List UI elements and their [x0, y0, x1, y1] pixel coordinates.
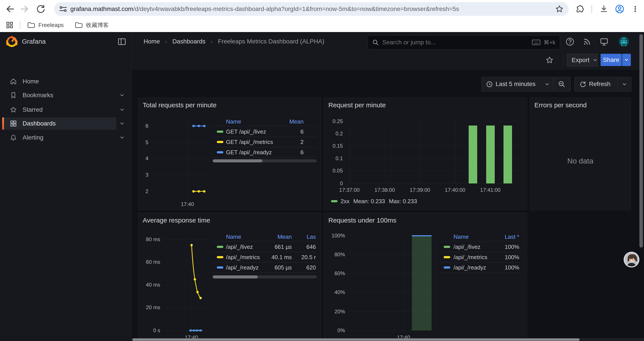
legend-header-name[interactable]: Name — [226, 118, 241, 125]
group-divider — [553, 77, 553, 91]
search-box[interactable]: ⌘+k — [368, 35, 560, 49]
legend-max: Max: 0.233 — [389, 198, 417, 204]
bookmark-folder-freeleaps[interactable]: Freeleaps — [28, 20, 64, 30]
horizontal-scrollbar-thumb[interactable] — [132, 338, 580, 341]
series-color-pill[interactable] — [217, 141, 223, 143]
profile-icon[interactable] — [614, 4, 625, 14]
forward-icon[interactable] — [20, 4, 30, 14]
menu-kebab-icon[interactable] — [631, 4, 640, 14]
series-color-pill[interactable] — [444, 256, 450, 258]
search-input[interactable] — [382, 39, 497, 46]
legend-header-name[interactable]: Name — [226, 233, 241, 240]
grafana-logo[interactable] — [6, 35, 18, 48]
line-chart[interactable] — [164, 236, 210, 335]
chevron-down-icon[interactable] — [119, 121, 125, 126]
legend-series-name[interactable]: 2xx — [341, 198, 350, 204]
chevron-down-icon[interactable] — [119, 92, 125, 98]
news-rss-icon[interactable] — [582, 37, 592, 47]
export-button[interactable]: Export — [566, 54, 598, 67]
panel-title[interactable]: Request per minute — [328, 101, 386, 109]
series-color-pill[interactable] — [217, 131, 223, 133]
legend-header-last[interactable]: Last * — [505, 233, 520, 240]
floating-assistant-avatar[interactable] — [624, 251, 640, 268]
back-icon[interactable] — [5, 4, 15, 14]
extensions-icon[interactable] — [574, 4, 585, 14]
bar-chart[interactable] — [347, 120, 520, 184]
reload-icon[interactable] — [36, 4, 46, 14]
series-color-pill[interactable] — [217, 246, 223, 248]
y-tick: 0 s — [138, 327, 160, 334]
sidebar-item-dashboards[interactable]: Dashboards — [0, 117, 131, 130]
panel-avg-response-time[interactable]: Average response time 80 ms 60 ms 40 ms … — [138, 213, 321, 341]
series-color-pill[interactable] — [217, 256, 223, 258]
apps-grid-icon[interactable] — [5, 20, 14, 30]
legend-series-name[interactable]: GET /api/_/livez — [226, 128, 266, 135]
bookmark-folder-blogs[interactable]: 收藏博客 — [75, 20, 109, 30]
legend-series-name[interactable]: GET /api/_/readyz — [226, 149, 272, 156]
series-color-pill[interactable] — [217, 151, 223, 153]
legend-header-mean[interactable]: Mean — [289, 118, 304, 125]
brand-title: Grafana — [22, 32, 46, 51]
sidebar-collapse-icon[interactable] — [118, 37, 126, 46]
sidebar-item-label: Bookmarks — [22, 89, 53, 101]
panel-title[interactable]: Requests under 100ms — [328, 217, 396, 224]
line-chart[interactable] — [151, 122, 210, 203]
zoom-out-icon[interactable] — [556, 81, 567, 88]
sidebar-item-bookmarks[interactable]: Bookmarks — [0, 89, 131, 101]
tune-icon[interactable] — [59, 6, 67, 12]
favorite-star-icon[interactable] — [545, 56, 554, 65]
y-tick: 0.05 — [324, 167, 343, 174]
help-icon[interactable] — [565, 37, 575, 47]
panel-errors-per-second[interactable]: Errors per second No data — [530, 98, 631, 210]
area-chart[interactable] — [349, 235, 436, 334]
breadcrumb-home[interactable]: Home — [144, 38, 160, 45]
sidebar-item-starred[interactable]: Starred — [0, 104, 131, 116]
sidebar-item-home[interactable]: Home — [0, 75, 131, 88]
chevron-down-icon[interactable] — [119, 135, 125, 140]
panel-title[interactable]: Total requests per minute — [143, 101, 216, 109]
series-color-pill[interactable] — [444, 266, 450, 269]
horizontal-scrollbar[interactable] — [131, 338, 644, 341]
series-color-pill[interactable] — [331, 200, 338, 202]
legend-series-name[interactable]: /api/_/livez — [226, 244, 253, 250]
vertical-scrollbar[interactable] — [640, 34, 643, 247]
series-color-pill[interactable] — [217, 266, 223, 269]
url-text[interactable]: grafana.mathmast.com/d/deytv4rwavabkb/fr… — [70, 6, 555, 13]
breadcrumb-dashboards[interactable]: Dashboards — [172, 38, 206, 45]
panel-total-requests[interactable]: Total requests per minute 6 5 4 3 2 17:4… — [138, 98, 321, 210]
user-avatar[interactable] — [618, 36, 629, 47]
legend-series-name[interactable]: /api/_/livez — [454, 244, 480, 250]
legend-series-name[interactable]: /api/_/metrics — [454, 254, 488, 260]
legend-series-name[interactable]: GET /api/_/metrics — [226, 139, 273, 145]
bookmark-star-icon[interactable] — [555, 5, 564, 13]
legend-series-name[interactable]: /api/_/metrics — [226, 254, 260, 260]
series-color-pill[interactable] — [444, 246, 450, 248]
panel-requests-under-100ms[interactable]: Requests under 100ms 100% 80% 60% 40% 20… — [324, 213, 527, 341]
chevron-down-icon[interactable] — [544, 81, 550, 87]
sidebar-item-alerting[interactable]: Alerting — [0, 131, 131, 144]
screen: grafana.mathmast.com/d/deytv4rwavabkb/fr… — [0, 0, 644, 341]
chevron-down-icon[interactable] — [119, 107, 125, 113]
share-dropdown-button[interactable] — [622, 54, 631, 66]
time-range-picker[interactable]: Last 5 minutes — [496, 77, 536, 91]
legend-header-mean[interactable]: Mean — [278, 233, 292, 240]
panel-request-per-minute[interactable]: Request per minute 0.25 0.2 0.15 0.1 0.0… — [324, 98, 527, 210]
download-icon[interactable] — [598, 4, 609, 14]
home-icon — [10, 78, 17, 85]
legend-series-name[interactable]: /api/_/readyz — [454, 264, 486, 271]
monitor-icon[interactable] — [599, 37, 609, 47]
legend-header-last[interactable]: Las — [307, 233, 316, 240]
legend-hscrollbar[interactable] — [212, 275, 317, 278]
legend-mean-value: 661 µs — [259, 244, 292, 250]
share-button[interactable]: Share — [600, 54, 622, 66]
refresh-button[interactable]: Refresh — [589, 77, 610, 91]
legend-header-name[interactable]: Name — [454, 233, 469, 240]
legend-series-name[interactable]: /api/_/readyz — [226, 264, 259, 271]
panel-title[interactable]: Average response time — [143, 217, 210, 224]
refresh-interval-dropdown[interactable] — [621, 81, 628, 87]
panel-title[interactable]: Errors per second — [534, 101, 586, 109]
refresh-label: Refresh — [589, 81, 610, 87]
url-bar[interactable]: grafana.mathmast.com/d/deytv4rwavabkb/fr… — [54, 2, 569, 16]
star-icon — [10, 106, 17, 113]
legend-hscrollbar[interactable] — [212, 159, 317, 162]
